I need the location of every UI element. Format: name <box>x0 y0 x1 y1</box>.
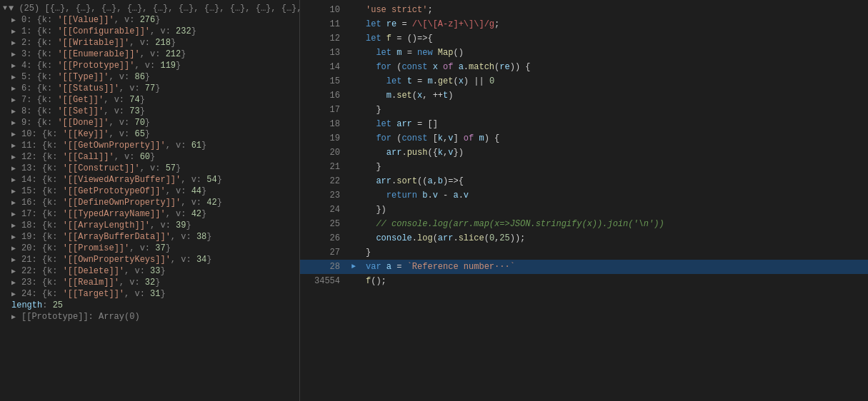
line-number-26: 26 <box>306 231 340 245</box>
code-line-25[interactable]: 25 // console.log(arr.map(x=>JSON.string… <box>300 217 868 231</box>
line-content-25: // console.log(arr.map(x=>JSON.stringify… <box>366 217 862 231</box>
tree-item-20[interactable]: 20: {k: '[[Promise]]', v: 37} <box>0 243 299 254</box>
tree-item-7[interactable]: 7: {k: '[[Get]]', v: 74} <box>0 94 299 106</box>
code-line-15[interactable]: 15 let t = m.get(x) || 0 <box>300 74 868 88</box>
line-number-27: 27 <box>306 245 340 260</box>
item-0-arrow[interactable] <box>11 16 20 24</box>
array-index-zero: (25) <box>19 4 44 14</box>
code-line-24[interactable]: 24 }) <box>300 203 868 217</box>
code-line-14[interactable]: 14 for (const x of a.match(re)) { <box>300 60 868 74</box>
line-content-12: let f = ()=>{ <box>366 31 862 46</box>
tree-item-1[interactable]: 1: {k: '[[Configurable]]', v: 232} <box>0 26 299 37</box>
line-content-16: m.set(x, ++t) <box>366 88 862 103</box>
line-content-20: arr.push({k,v}) <box>366 146 862 160</box>
line-number-23: 23 <box>306 188 340 203</box>
item-1-k: '[[Configurable]]' <box>57 26 150 36</box>
line-number-34554: 34554 <box>306 274 340 288</box>
array-index-label: ▼ <box>9 4 19 14</box>
line-content-34554: f(); <box>366 274 862 288</box>
code-line-26[interactable]: 26 console.log(arr.slice(0,25)); <box>300 231 868 245</box>
item-1-content: {k: <box>31 26 57 36</box>
tree-item-8[interactable]: 8: {k: '[[Set]]', v: 73} <box>0 106 299 117</box>
code-line-23[interactable]: 23 return b.v - a.v <box>300 188 868 203</box>
tree-item-24[interactable]: 24: {k: '[[Target]]', v: 31} <box>0 288 299 300</box>
code-line-28[interactable]: 28 ► var a = `Reference number···` <box>300 260 868 274</box>
code-line-16[interactable]: 16 m.set(x, ++t) <box>300 88 868 103</box>
tree-item-0[interactable]: 0: {k: '[[Value]]', v: 276} <box>0 14 299 26</box>
item-0-k: '[[Value]]' <box>57 15 114 25</box>
code-line-27[interactable]: 27 } <box>300 245 868 260</box>
line-number-16: 16 <box>306 88 340 103</box>
line-number-15: 15 <box>306 74 340 88</box>
line-content-23: return b.v - a.v <box>366 188 862 203</box>
line-content-24: }) <box>366 203 862 217</box>
line-number-13: 13 <box>306 46 340 60</box>
tree-item-15[interactable]: 15: {k: '[[GetPrototypeOf]]', v: 44} <box>0 186 299 197</box>
line-number-14: 14 <box>306 60 340 74</box>
tree-item-23[interactable]: 23: {k: '[[Realm]]', v: 32} <box>0 277 299 288</box>
item-1-arrow[interactable] <box>11 27 20 36</box>
tree-item-10[interactable]: 10: {k: '[[Key]]', v: 65} <box>0 128 299 140</box>
line-arrow-28: ► <box>351 260 363 274</box>
item-0-brace-open: {k: <box>31 15 57 25</box>
line-number-11: 11 <box>306 17 340 31</box>
tree-item-18[interactable]: 18: {k: '[[ArrayLength]]', v: 39} <box>0 220 299 231</box>
line-number-25: 25 <box>306 217 340 231</box>
item-1-v: 232 <box>176 26 191 36</box>
line-content-27: } <box>366 245 862 260</box>
tree-item-13[interactable]: 13: {k: '[[Construct]]', v: 57} <box>0 163 299 174</box>
tree-item-4[interactable]: 4: {k: '[[Prototype]]', v: 119} <box>0 60 299 71</box>
item-0-brace-close: } <box>155 15 160 25</box>
code-line-10[interactable]: 10 'use strict'; <box>300 3 868 17</box>
tree-item-21[interactable]: 21: {k: '[[OwnPropertyKeys]]', v: 34} <box>0 254 299 265</box>
tree-item-22[interactable]: 22: {k: '[[Delete]]', v: 33} <box>0 265 299 277</box>
code-line-19[interactable]: 19 for (const [k,v] of m) { <box>300 131 868 146</box>
line-content-18: let arr = [] <box>366 117 862 131</box>
tree-item-11[interactable]: 11: {k: '[[GetOwnProperty]]', v: 61} <box>0 140 299 151</box>
tree-item-6[interactable]: 6: {k: '[[Status]]', v: 77} <box>0 83 299 94</box>
tree-item-12[interactable]: 12: {k: '[[Call]]', v: 60} <box>0 151 299 163</box>
line-content-22: arr.sort((a,b)=>{ <box>366 174 862 188</box>
code-line-21[interactable]: 21 } <box>300 160 868 174</box>
prototype-line[interactable]: [[Prototype]]: Array(0) <box>0 311 299 323</box>
line-content-15: let t = m.get(x) || 0 <box>366 74 862 88</box>
array-header-row[interactable]: ▼ (25) [{…}, {…}, {…}, {…}, {…}, {…}, {…… <box>0 3 299 14</box>
line-number-24: 24 <box>306 203 340 217</box>
line-content-11: let re = /\[\[A-z]+\]\]/g; <box>366 17 862 31</box>
line-content-21: } <box>366 160 862 174</box>
tree-item-9[interactable]: 9: {k: '[[Done]]', v: 70} <box>0 117 299 128</box>
left-panel[interactable]: ▼ (25) [{…}, {…}, {…}, {…}, {…}, {…}, {…… <box>0 0 300 401</box>
code-line-20[interactable]: 20 arr.push({k,v}) <box>300 146 868 160</box>
item-2-arrow[interactable] <box>11 39 20 47</box>
code-editor-panel[interactable]: 10 'use strict'; 11 let re = /\[\[A-z]+\… <box>300 0 868 401</box>
tree-item-14[interactable]: 14: {k: '[[ViewedArrayBuffer]]', v: 54} <box>0 174 299 186</box>
code-line-13[interactable]: 13 let m = new Map() <box>300 46 868 60</box>
code-line-34554[interactable]: 34554 f(); <box>300 274 868 288</box>
tree-item-17[interactable]: 17: {k: '[[TypedArrayName]]', v: 42} <box>0 208 299 220</box>
item-0-index: 0: <box>21 15 31 25</box>
line-number-20: 20 <box>306 146 340 160</box>
tree-item-2[interactable]: 2: {k: '[[Writable]]', v: 218} <box>0 37 299 49</box>
tree-item-16[interactable]: 16: {k: '[[DefineOwnProperty]]', v: 42} <box>0 197 299 208</box>
line-content-17: } <box>366 103 862 117</box>
item-0-v: 276 <box>140 15 156 25</box>
line-content-26: console.log(arr.slice(0,25)); <box>366 231 862 245</box>
length-line: length: 25 <box>0 300 299 311</box>
code-line-11[interactable]: 11 let re = /\[\[A-z]+\]\]/g; <box>300 17 868 31</box>
line-number-10: 10 <box>306 3 340 17</box>
code-line-12[interactable]: 12 let f = ()=>{ <box>300 31 868 46</box>
line-number-19: 19 <box>306 131 340 146</box>
array-expand-arrow[interactable] <box>3 4 7 13</box>
code-line-18[interactable]: 18 let arr = [] <box>300 117 868 131</box>
code-line-17[interactable]: 17 } <box>300 103 868 117</box>
tree-item-3[interactable]: 3: {k: '[[Enumerable]]', v: 212} <box>0 49 299 60</box>
line-content-10: 'use strict'; <box>366 3 862 17</box>
code-editor: 10 'use strict'; 11 let re = /\[\[A-z]+\… <box>300 0 868 401</box>
line-number-17: 17 <box>306 103 340 117</box>
tree-item-19[interactable]: 19: {k: '[[ArrayBufferData]]', v: 38} <box>0 231 299 243</box>
line-number-12: 12 <box>306 31 340 46</box>
tree-item-5[interactable]: 5: {k: '[[Type]]', v: 86} <box>0 71 299 83</box>
code-line-22[interactable]: 22 arr.sort((a,b)=>{ <box>300 174 868 188</box>
line-number-21: 21 <box>306 160 340 174</box>
item-1-index: 1: <box>21 26 31 36</box>
